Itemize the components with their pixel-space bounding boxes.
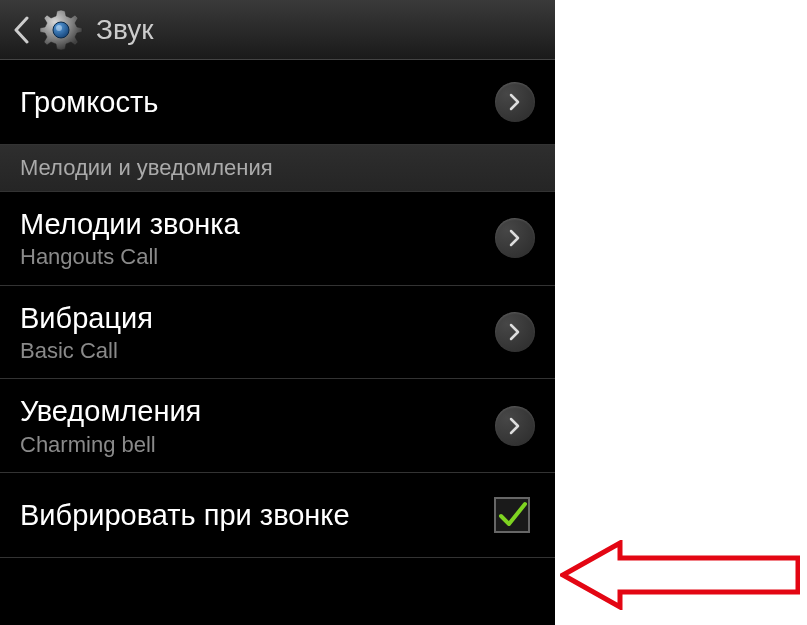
item-text: Мелодии звонка Hangouts Call: [20, 206, 495, 271]
checkmark-icon: [497, 500, 527, 530]
item-subtitle: Hangouts Call: [20, 244, 495, 270]
item-text: Вибрация Basic Call: [20, 300, 495, 365]
chevron-button[interactable]: [495, 218, 535, 258]
vibration-item[interactable]: Вибрация Basic Call: [0, 286, 555, 380]
item-title: Вибрировать при звонке: [20, 497, 494, 533]
chevron-right-icon: [509, 323, 521, 341]
page-title: Звук: [96, 14, 153, 46]
annotation-arrow-icon: [560, 540, 800, 610]
gear-icon: [38, 7, 84, 53]
section-header-ringtones: Мелодии и уведомления: [0, 145, 555, 192]
item-title: Громкость: [20, 84, 495, 120]
chevron-button[interactable]: [495, 82, 535, 122]
item-text: Громкость: [20, 84, 495, 120]
chevron-button[interactable]: [495, 406, 535, 446]
item-text: Уведомления Charming bell: [20, 393, 495, 458]
vibrate-on-call-item[interactable]: Вибрировать при звонке: [0, 473, 555, 558]
item-title: Уведомления: [20, 393, 495, 429]
volume-item[interactable]: Громкость: [0, 60, 555, 145]
chevron-right-icon: [509, 417, 521, 435]
vibrate-on-call-checkbox[interactable]: [494, 497, 530, 533]
ringtone-item[interactable]: Мелодии звонка Hangouts Call: [0, 192, 555, 286]
notifications-item[interactable]: Уведомления Charming bell: [0, 379, 555, 473]
item-subtitle: Charming bell: [20, 432, 495, 458]
settings-screen: Звук Громкость Мелодии и уведомления Мел…: [0, 0, 555, 625]
chevron-button[interactable]: [495, 312, 535, 352]
svg-point-1: [56, 25, 62, 31]
settings-list: Громкость Мелодии и уведомления Мелодии …: [0, 60, 555, 625]
back-button[interactable]: [10, 10, 32, 50]
item-text: Вибрировать при звонке: [20, 497, 494, 533]
item-title: Мелодии звонка: [20, 206, 495, 242]
item-title: Вибрация: [20, 300, 495, 336]
chevron-left-icon: [13, 16, 29, 44]
item-subtitle: Basic Call: [20, 338, 495, 364]
chevron-right-icon: [509, 229, 521, 247]
header-bar: Звук: [0, 0, 555, 60]
chevron-right-icon: [509, 93, 521, 111]
